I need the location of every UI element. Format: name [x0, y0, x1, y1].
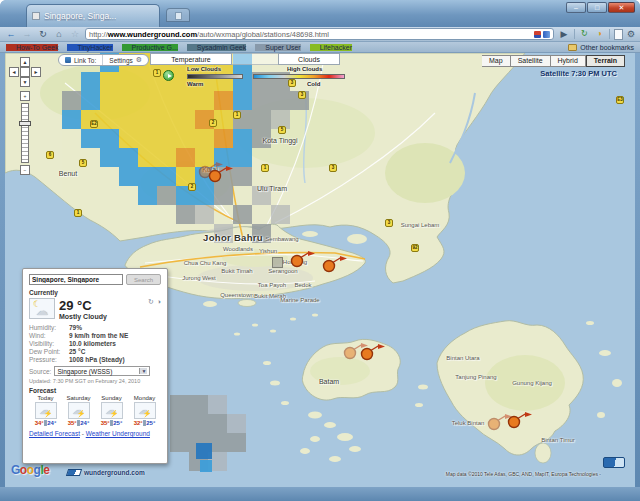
bookmark-favicon-icon — [6, 44, 13, 51]
cloud-cell — [189, 414, 208, 433]
cloud-cell — [227, 414, 246, 433]
page-menu-icon[interactable] — [614, 29, 623, 40]
pan-center-button[interactable] — [20, 67, 30, 77]
browser-tab[interactable]: Singapore, Singa... — [26, 4, 160, 27]
station-square-icon — [272, 257, 283, 268]
extension-icon-2[interactable]: ◑ — [594, 28, 605, 40]
map-label: Bedok — [294, 282, 311, 288]
refresh-icon[interactable]: ↻ — [148, 298, 154, 306]
map-label: Tanjung Pinang — [455, 374, 496, 380]
layer-clouds-button[interactable]: Clouds — [278, 53, 340, 65]
cloud-cell — [176, 110, 195, 129]
station-marker[interactable] — [506, 411, 532, 429]
current-condition: Mostly Cloudy — [59, 313, 107, 320]
zoom-in-button[interactable]: + — [20, 91, 30, 101]
cloud-cell — [100, 91, 119, 110]
map-viewport[interactable]: 133125E2132653921E3 Johor BahruWoodlands… — [5, 53, 635, 487]
close-button[interactable]: ✕ — [608, 2, 635, 13]
pan-left-button[interactable]: ◄ — [9, 67, 19, 77]
pan-right-button[interactable]: ► — [31, 67, 41, 77]
bookmark-star-icon[interactable]: ☆ — [69, 29, 81, 40]
cloud-cell — [100, 148, 119, 167]
layer-opacity-slider[interactable] — [232, 53, 278, 65]
station-marker[interactable] — [289, 250, 315, 268]
new-tab-button[interactable] — [166, 8, 190, 22]
cloud-cell — [271, 205, 290, 224]
cloud-cell — [233, 167, 252, 186]
bookmark-item[interactable]: How-To Geek — [6, 44, 58, 51]
cloud-cell — [119, 91, 138, 110]
settings-button[interactable]: Settings ⚙ — [103, 55, 148, 65]
road-shield: 5 — [278, 126, 286, 134]
bookmark-item[interactable]: TinyHacker — [67, 44, 112, 51]
bookmark-item[interactable]: Super User — [255, 44, 300, 51]
detailed-forecast-link[interactable]: Detailed Forecast — [29, 430, 80, 437]
title-bar[interactable]: Singapore, Singa... – □ ✕ — [0, 0, 640, 27]
forecast-day: Monday ☁ ⚡ 32°|25° — [128, 395, 161, 426]
maximize-button[interactable]: □ — [587, 2, 607, 13]
map-label: Bintan Utara — [446, 355, 479, 361]
wrench-menu-icon[interactable]: ⚙ — [627, 29, 635, 39]
search-button[interactable]: Search — [126, 274, 161, 285]
cloud-cell — [157, 110, 176, 129]
back-button[interactable]: ← — [5, 29, 17, 40]
bookmark-favicon-icon — [67, 44, 74, 51]
map-type-button[interactable]: Terrain — [586, 55, 625, 67]
cloud-cell — [233, 148, 252, 167]
extension-icon-1[interactable]: ↻ — [579, 28, 590, 40]
browser-window: Singapore, Singa... – □ ✕ ← → ↻ ⌂ ☆ http… — [0, 0, 640, 501]
forecast-label: Forecast — [29, 387, 161, 394]
map-type-button[interactable]: Hybrid — [551, 55, 586, 67]
reload-button[interactable]: ↻ — [37, 29, 49, 40]
station-marker[interactable] — [359, 343, 385, 361]
page-action-icon-2[interactable] — [543, 31, 550, 38]
weather-underground-link[interactable]: Weather Underground — [86, 430, 150, 437]
map-label: Ulu Tiram — [257, 185, 287, 192]
play-animation-icon[interactable] — [163, 70, 174, 81]
road-shield: 3 — [298, 91, 306, 99]
cloud-cell — [170, 433, 189, 452]
road-shield: 2 — [188, 183, 196, 191]
road-shield: 3 — [385, 219, 393, 227]
google-logo: Google — [11, 463, 49, 477]
zoom-slider-knob[interactable] — [19, 121, 31, 126]
station-marker[interactable] — [207, 165, 233, 183]
lightning-icon: ⚡ — [77, 410, 86, 418]
cloud-cell — [214, 186, 233, 205]
pan-down-button[interactable]: ▼ — [20, 77, 30, 87]
cloud-cell — [62, 91, 81, 110]
webcam-icon[interactable]: ◑ — [157, 298, 161, 306]
layer-temperature-button[interactable]: Temperature — [150, 53, 232, 65]
pan-up-button[interactable]: ▲ — [20, 57, 30, 67]
go-button[interactable]: ▶ — [558, 29, 570, 40]
map-type-button[interactable]: Map — [482, 55, 511, 67]
home-button[interactable]: ⌂ — [53, 29, 65, 40]
cloud-cell — [100, 110, 119, 129]
stat-row: Visibility: 10.0 kilometers — [29, 340, 161, 348]
cloud-cell — [157, 129, 176, 148]
cloud-cell — [170, 414, 189, 433]
link-to-button[interactable]: Link To: — [59, 55, 103, 65]
toolbar-separator — [574, 29, 575, 39]
page-action-icon-1[interactable] — [534, 31, 541, 38]
zoom-out-button[interactable]: − — [20, 165, 30, 175]
zoom-slider-track[interactable] — [21, 103, 29, 163]
station-vane-icon — [359, 343, 385, 361]
gear-icon: ⚙ — [136, 56, 142, 64]
address-bar[interactable]: http://www.wunderground.com/auto/wxmap/g… — [85, 28, 554, 40]
station-marker[interactable] — [321, 255, 347, 273]
map-type-button[interactable]: Satellite — [511, 55, 551, 67]
bookmark-item[interactable]: Productive G... — [122, 44, 178, 51]
source-label: Source: — [29, 368, 51, 375]
bookmark-item[interactable]: Sysadmin Geek — [187, 44, 246, 51]
map-label: Woodlands — [223, 246, 253, 252]
source-select[interactable]: Singapore (WSSS) ▼ — [54, 366, 150, 376]
forward-button[interactable]: → — [21, 29, 33, 40]
other-bookmarks-button[interactable]: Other bookmarks — [568, 44, 634, 51]
toolbar-separator — [609, 29, 610, 39]
cloud-cell — [170, 395, 189, 414]
bookmark-item[interactable]: Lifehacker — [310, 44, 352, 51]
cloud-cell — [252, 91, 271, 110]
minimize-button[interactable]: – — [566, 2, 586, 13]
location-input[interactable] — [29, 274, 123, 285]
